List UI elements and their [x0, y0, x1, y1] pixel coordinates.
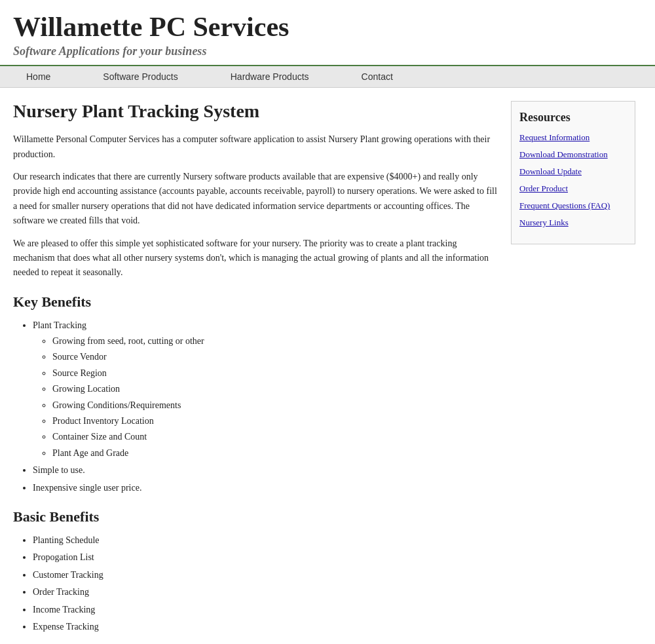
key-benefit-subitem: Growing Conditions/Requirements: [52, 398, 498, 413]
content: Nursery Plant Tracking System Willamette…: [13, 101, 498, 641]
paragraphs-container: Willamette Personal Computer Services ha…: [13, 132, 498, 280]
key-benefit-subitem: Growing from seed, root, cutting or othe…: [52, 334, 498, 349]
key-benefit-subitem: Plant Age and Grade: [52, 446, 498, 461]
sidebar-link-frequent-questions-(faq)[interactable]: Frequent Questions (FAQ): [519, 200, 627, 211]
sidebar: Resources Request InformationDownload De…: [511, 101, 635, 641]
basic-benefit-item: Expense Tracking: [33, 620, 498, 634]
basic-benefit-item: Planting Schedule: [33, 533, 498, 548]
nav-item-software-products[interactable]: Software Products: [77, 66, 204, 87]
intro-paragraph: Willamette Personal Computer Services ha…: [13, 132, 498, 162]
sidebar-link-download-update[interactable]: Download Update: [519, 166, 627, 177]
sidebar-box: Resources Request InformationDownload De…: [511, 101, 635, 244]
key-benefit-subitem: Container Size and Count: [52, 430, 498, 444]
sidebar-link-nursery-links[interactable]: Nursery Links: [519, 218, 627, 228]
key-benefit-subitem: Product Inventory Location: [52, 414, 498, 428]
key-benefits-title: Key Benefits: [13, 294, 498, 311]
sidebar-links: Request InformationDownload Demonstratio…: [519, 132, 627, 228]
key-benefit-item: Inexpensive single user price.: [33, 481, 498, 495]
sidebar-link-request-information[interactable]: Request Information: [519, 132, 627, 143]
intro-paragraph: We are pleased to offer this simple yet …: [13, 237, 498, 280]
basic-benefit-item: Customer Tracking: [33, 568, 498, 582]
sidebar-link-order-product[interactable]: Order Product: [519, 183, 627, 194]
basic-benefits-title: Basic Benefits: [13, 508, 498, 525]
header: Willamette PC Services Software Applicat…: [0, 0, 655, 65]
nav-item-contact[interactable]: Contact: [335, 66, 419, 87]
basic-benefit-item: Order Tracking: [33, 585, 498, 599]
nav-item-hardware-products[interactable]: Hardware Products: [204, 66, 335, 87]
key-benefit-item: Simple to use.: [33, 463, 498, 478]
basic-benefits-list: Planting SchedulePropogation ListCustome…: [33, 533, 498, 634]
key-benefit-item: Plant TrackingGrowing from seed, root, c…: [33, 318, 498, 461]
page-title: Nursery Plant Tracking System: [13, 101, 498, 122]
key-benefit-subitem: Growing Location: [52, 382, 498, 396]
key-benefit-subitem: Source Vendor: [52, 350, 498, 364]
site-subtitle: Software Applications for your business: [13, 45, 642, 58]
intro-paragraph: Our research indicates that there are cu…: [13, 170, 498, 229]
basic-benefit-item: Income Tracking: [33, 603, 498, 617]
site-title: Willamette PC Services: [13, 12, 642, 42]
key-benefit-subitem: Source Region: [52, 366, 498, 381]
main-layout: Nursery Plant Tracking System Willamette…: [0, 88, 655, 644]
key-benefits-list: Plant TrackingGrowing from seed, root, c…: [33, 318, 498, 495]
nav-item-home[interactable]: Home: [0, 66, 77, 87]
sidebar-link-download-demonstration[interactable]: Download Demonstration: [519, 149, 627, 160]
basic-benefit-item: Propogation List: [33, 550, 498, 565]
sidebar-title: Resources: [519, 111, 627, 124]
nav: HomeSoftware ProductsHardware ProductsCo…: [0, 65, 655, 88]
